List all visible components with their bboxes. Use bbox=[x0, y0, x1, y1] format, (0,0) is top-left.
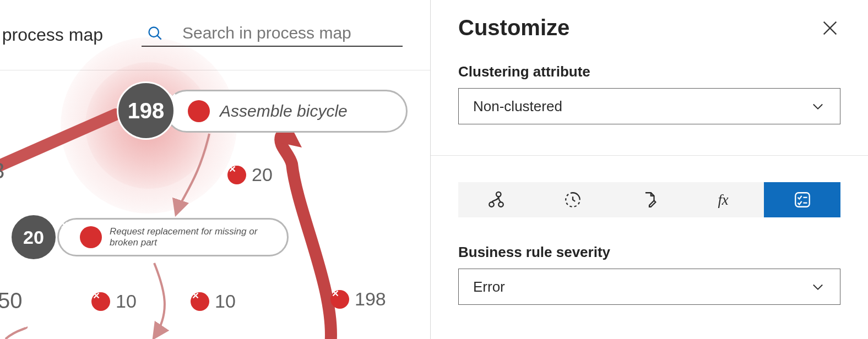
edge-metric: 20 bbox=[227, 164, 273, 185]
tab-timer[interactable] bbox=[535, 182, 611, 217]
edge-metric: 10 bbox=[191, 291, 236, 312]
severity-label: Business rule severity bbox=[458, 244, 840, 261]
tab-formula[interactable]: fx bbox=[687, 182, 764, 217]
node-count: 198 bbox=[128, 99, 165, 123]
error-icon bbox=[80, 226, 102, 248]
tab-checklist[interactable] bbox=[764, 182, 840, 217]
edge-metric-value: 10 bbox=[215, 291, 236, 312]
search-input[interactable] bbox=[182, 24, 403, 42]
svg-point-16 bbox=[490, 202, 495, 207]
process-map-canvas[interactable]: Assemble bicycle 198 Request replacement… bbox=[0, 70, 431, 339]
error-icon bbox=[330, 290, 349, 309]
panel-divider bbox=[431, 155, 868, 156]
svg-point-0 bbox=[149, 27, 159, 37]
edge-metric-value: 198 bbox=[355, 288, 386, 310]
document-edit-icon bbox=[640, 190, 659, 209]
node-assemble-bicycle[interactable]: Assemble bicycle bbox=[165, 90, 408, 133]
node-label: Request replacement for missing or broke… bbox=[110, 226, 287, 248]
topbar: t process map bbox=[0, 0, 430, 70]
svg-rect-20 bbox=[795, 193, 810, 207]
node-count-bubble: 20 bbox=[10, 214, 57, 261]
edge-metric: 198 bbox=[330, 288, 386, 310]
panel-header: Customize bbox=[431, 0, 868, 48]
close-icon[interactable] bbox=[821, 19, 839, 37]
svg-point-18 bbox=[496, 192, 501, 197]
svg-text:fx: fx bbox=[718, 192, 728, 208]
process-map-pane: t process map bbox=[0, 0, 431, 339]
error-icon bbox=[188, 100, 210, 122]
timer-icon bbox=[563, 190, 582, 209]
node-count: 20 bbox=[23, 227, 44, 248]
topbar-title: t process map bbox=[0, 25, 103, 45]
view-tabs: fx bbox=[458, 182, 840, 217]
branch-icon bbox=[487, 190, 506, 209]
svg-point-17 bbox=[499, 202, 504, 207]
clustering-attribute-value: Non-clustered bbox=[473, 98, 562, 115]
node-count-bubble: 198 bbox=[117, 81, 175, 140]
edge-metric-cut: 3 bbox=[0, 158, 4, 183]
error-icon bbox=[91, 292, 110, 311]
node-request-replacement[interactable]: Request replacement for missing or broke… bbox=[57, 218, 289, 256]
severity-select[interactable]: Error bbox=[458, 269, 840, 305]
edge-metric-value: 20 bbox=[252, 164, 273, 185]
chevron-down-icon bbox=[810, 279, 826, 294]
fx-icon: fx bbox=[717, 190, 735, 209]
edge-metric-cut: 50 bbox=[0, 288, 23, 313]
edge-metric-value: 10 bbox=[116, 291, 137, 312]
edge-metric: 10 bbox=[91, 291, 137, 312]
error-icon bbox=[227, 166, 246, 184]
error-icon bbox=[191, 292, 209, 311]
checklist-icon bbox=[793, 190, 812, 209]
tab-branch[interactable] bbox=[458, 182, 535, 217]
chevron-down-icon bbox=[810, 99, 826, 114]
node-label: Assemble bicycle bbox=[220, 102, 348, 121]
clustering-attribute-label: Clustering attribute bbox=[458, 63, 840, 80]
clustering-attribute-select[interactable]: Non-clustered bbox=[458, 88, 840, 124]
tab-document[interactable] bbox=[611, 182, 688, 217]
panel-title: Customize bbox=[458, 15, 569, 40]
severity-value: Error bbox=[473, 278, 505, 296]
customize-panel: Customize Clustering attribute Non-clust… bbox=[431, 0, 868, 339]
